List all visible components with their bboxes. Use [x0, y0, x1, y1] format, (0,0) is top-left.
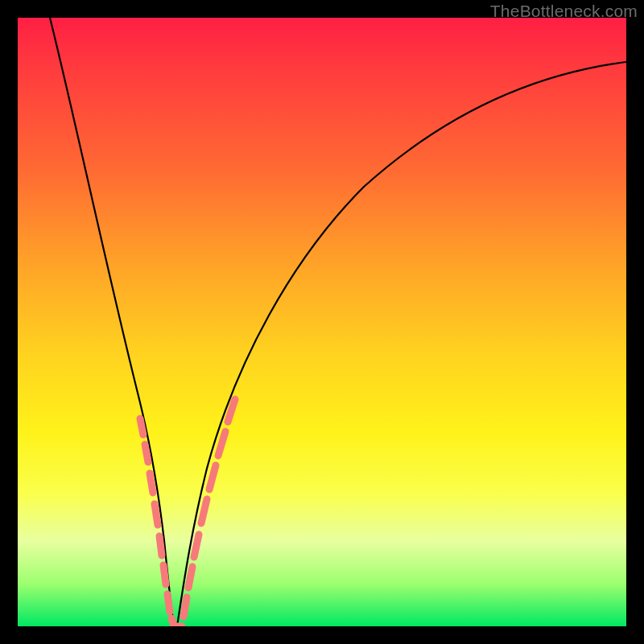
- svg-line-13: [209, 465, 216, 489]
- svg-line-11: [194, 535, 199, 557]
- svg-line-14: [218, 431, 225, 456]
- svg-line-0: [140, 419, 143, 435]
- svg-line-3: [155, 504, 158, 525]
- highlight-points: [140, 399, 235, 626]
- svg-line-2: [150, 473, 153, 493]
- svg-line-4: [159, 536, 162, 555]
- curve-layer: [18, 18, 626, 626]
- bottleneck-curve: [50, 18, 626, 626]
- svg-line-6: [167, 594, 170, 612]
- svg-line-1: [145, 444, 148, 462]
- svg-line-9: [184, 597, 187, 617]
- plot-area: [18, 18, 626, 626]
- svg-line-5: [163, 565, 166, 584]
- svg-line-10: [188, 567, 192, 588]
- svg-line-12: [201, 499, 207, 523]
- chart-frame: TheBottleneck.com: [0, 0, 644, 644]
